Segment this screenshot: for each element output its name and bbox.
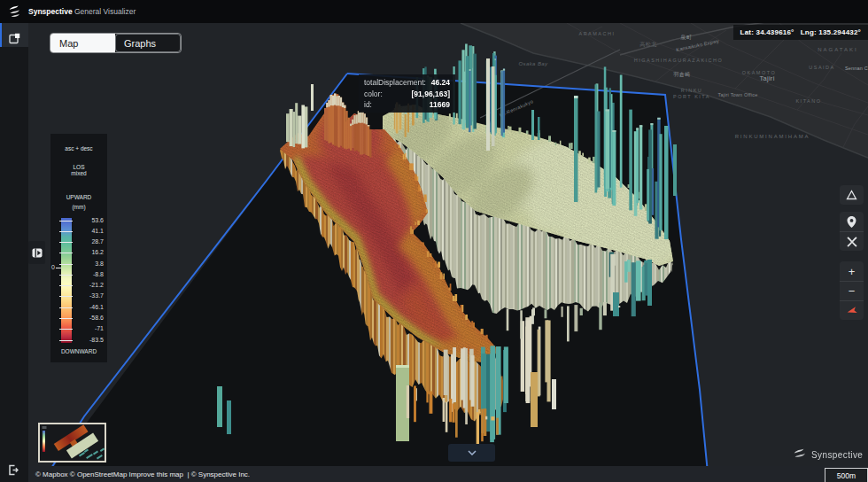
- svg-text:KITANO: KITANO: [795, 98, 821, 104]
- svg-text:泉町: 泉町: [680, 34, 693, 40]
- svg-text:RINKU: RINKU: [681, 88, 703, 93]
- svg-text:Tajiri Town Office: Tajiri Town Office: [718, 92, 758, 97]
- svg-text:RINKUMINAMIHAMA: RINKUMINAMIHAMA: [735, 134, 810, 139]
- svg-text:ARAMACHI: ARAMACHI: [578, 31, 615, 36]
- svg-text:PORT KITA: PORT KITA: [673, 94, 710, 99]
- svg-text:羽倉崎: 羽倉崎: [673, 71, 691, 77]
- svg-text:NAGATAKI: NAGATAKI: [818, 47, 857, 52]
- svg-text:Sennan C: Sennan C: [845, 66, 868, 71]
- svg-text:高松北: 高松北: [639, 41, 657, 48]
- svg-text:HIGASHIHAGURAZAKICHO: HIGASHIHAGURAZAKICHO: [634, 58, 724, 63]
- svg-text:USAIDA: USAIDA: [809, 65, 834, 70]
- svg-text:Tajiri: Tajiri: [759, 74, 774, 82]
- svg-text:Osaka Bay: Osaka Bay: [519, 61, 549, 66]
